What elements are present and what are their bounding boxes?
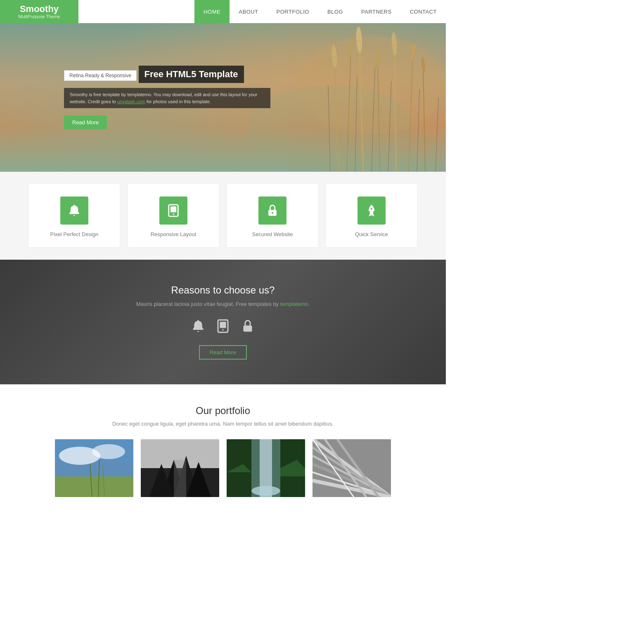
portfolio-title: Our portfolio xyxy=(8,405,438,417)
feature-card-quick: Quick Service xyxy=(326,184,417,247)
nav-about[interactable]: ABOUT xyxy=(230,0,267,23)
svg-rect-40 xyxy=(244,326,252,332)
svg-rect-31 xyxy=(170,206,176,212)
logo-tagline: MultiPurpose Theme xyxy=(18,14,60,19)
hero-read-more-button[interactable]: Read More xyxy=(64,116,107,129)
logo[interactable]: Smoothy MultiPurpose Theme xyxy=(0,0,78,23)
reasons-lock-icon xyxy=(240,319,255,334)
feature-icon-lock xyxy=(258,197,286,225)
bell-icon xyxy=(67,204,81,218)
svg-rect-34 xyxy=(370,211,374,214)
reasons-content: Reasons to choose us? Mauris placerat la… xyxy=(8,284,438,360)
svg-point-60 xyxy=(251,486,280,496)
main-nav: HOME ABOUT PORTFOLIO BLOG PARTNERS CONTA… xyxy=(194,0,446,23)
svg-rect-56 xyxy=(174,460,186,497)
feature-label-pixel: Pixel Perfect Design xyxy=(50,231,98,237)
reasons-icons xyxy=(8,319,438,334)
portfolio-grid xyxy=(8,439,438,497)
lock-icon xyxy=(265,204,279,218)
unsplash-link[interactable]: unsplash.com xyxy=(117,99,145,104)
reasons-section: Reasons to choose us? Mauris placerat la… xyxy=(0,260,446,384)
rocket-icon xyxy=(365,204,379,218)
svg-marker-35 xyxy=(369,214,374,217)
feature-icon-bell xyxy=(60,197,88,225)
feature-card-secured: Secured Website xyxy=(227,184,318,247)
hero-description: Smoothy is free template by templatemo. … xyxy=(64,88,270,108)
feature-card-pixel: Pixel Perfect Design xyxy=(29,184,120,247)
reasons-subtitle: Mauris placerat lacinia justo vitae feug… xyxy=(8,301,438,307)
svg-point-30 xyxy=(173,213,174,215)
feature-card-responsive: Responsive Layout xyxy=(128,184,219,247)
portfolio-subtitle: Donec eget congue ligula, eget pharetra … xyxy=(8,421,438,427)
svg-point-33 xyxy=(272,212,273,214)
nav-portfolio[interactable]: PORTFOLIO xyxy=(268,0,318,23)
feature-label-secured: Secured Website xyxy=(252,231,293,237)
features-section: Pixel Perfect Design Responsive Layout S… xyxy=(0,172,446,260)
reasons-tablet-icon xyxy=(215,319,230,334)
nav-partners[interactable]: PARTNERS xyxy=(352,0,401,23)
svg-rect-42 xyxy=(55,476,133,497)
nav-home[interactable]: HOME xyxy=(194,0,230,23)
hero-title: Free HTML5 Template xyxy=(139,66,244,83)
tablet-icon xyxy=(166,204,180,218)
portfolio-item-1[interactable] xyxy=(55,439,133,497)
header: Smoothy MultiPurpose Theme HOME ABOUT PO… xyxy=(0,0,446,23)
svg-rect-39 xyxy=(220,322,226,328)
nav-blog[interactable]: BLOG xyxy=(318,0,352,23)
hero-badge: Retina Ready & Responsive xyxy=(64,70,137,81)
feature-icon-tablet xyxy=(159,197,187,225)
hero-content: Retina Ready & Responsive Free HTML5 Tem… xyxy=(0,66,270,129)
reasons-title: Reasons to choose us? xyxy=(8,284,438,296)
svg-rect-43 xyxy=(55,462,133,476)
feature-icon-rocket xyxy=(358,197,386,225)
portfolio-section: Our portfolio Donec eget congue ligula, … xyxy=(0,384,446,509)
templatemo-link: templatemo xyxy=(280,301,308,307)
svg-point-45 xyxy=(92,444,125,459)
portfolio-item-4[interactable] xyxy=(313,439,391,497)
portfolio-item-2[interactable] xyxy=(141,439,219,497)
svg-point-38 xyxy=(222,329,224,331)
nav-contact[interactable]: CONTACT xyxy=(401,0,446,23)
feature-label-responsive: Responsive Layout xyxy=(151,231,197,237)
portfolio-item-3[interactable] xyxy=(227,439,305,497)
reasons-read-more-button[interactable]: Read More xyxy=(199,345,247,360)
svg-point-36 xyxy=(371,208,372,210)
logo-title: Smoothy xyxy=(20,4,59,14)
hero-section: Retina Ready & Responsive Free HTML5 Tem… xyxy=(0,23,446,172)
reasons-bell-icon xyxy=(191,319,206,334)
feature-label-quick: Quick Service xyxy=(355,231,388,237)
svg-rect-75 xyxy=(313,439,391,497)
